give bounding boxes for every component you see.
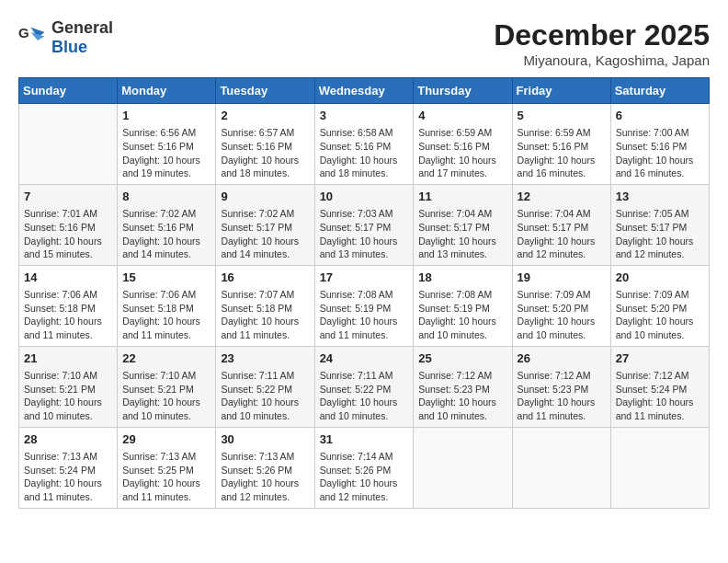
day-info: Sunrise: 7:03 AM Sunset: 5:17 PM Dayligh…	[320, 207, 409, 261]
day-number: 30	[221, 431, 309, 448]
day-number: 27	[616, 350, 704, 367]
day-info: Sunrise: 7:13 AM Sunset: 5:26 PM Dayligh…	[221, 450, 309, 504]
day-number: 5	[518, 108, 606, 124]
calendar-table: SundayMondayTuesdayWednesdayThursdayFrid…	[18, 77, 710, 509]
weekday-row: SundayMondayTuesdayWednesdayThursdayFrid…	[19, 78, 710, 104]
day-number: 24	[320, 350, 409, 367]
calendar-cell: 9Sunrise: 7:02 AM Sunset: 5:17 PM Daylig…	[216, 184, 314, 265]
day-info: Sunrise: 7:02 AM Sunset: 5:16 PM Dayligh…	[122, 207, 210, 261]
logo-general: General	[51, 18, 113, 38]
calendar-cell: 28Sunrise: 7:13 AM Sunset: 5:24 PM Dayli…	[19, 427, 118, 508]
day-info: Sunrise: 7:05 AM Sunset: 5:17 PM Dayligh…	[616, 207, 704, 261]
calendar-cell: 1Sunrise: 6:56 AM Sunset: 5:16 PM Daylig…	[118, 104, 216, 185]
calendar-cell: 20Sunrise: 7:09 AM Sunset: 5:20 PM Dayli…	[610, 265, 709, 346]
day-number: 6	[616, 108, 704, 124]
day-info: Sunrise: 7:04 AM Sunset: 5:17 PM Dayligh…	[418, 207, 506, 261]
day-number: 18	[418, 270, 506, 286]
day-number: 29	[122, 431, 210, 448]
calendar-cell: 2Sunrise: 6:57 AM Sunset: 5:16 PM Daylig…	[216, 104, 314, 185]
day-number: 23	[221, 350, 309, 367]
day-number: 17	[320, 270, 409, 286]
day-number: 16	[221, 270, 309, 286]
calendar-cell: 8Sunrise: 7:02 AM Sunset: 5:16 PM Daylig…	[118, 184, 216, 265]
weekday-header-monday: Monday	[118, 78, 216, 104]
day-number: 3	[320, 108, 409, 124]
calendar-cell	[414, 427, 512, 508]
calendar-cell: 29Sunrise: 7:13 AM Sunset: 5:25 PM Dayli…	[118, 427, 216, 508]
day-number: 25	[418, 350, 506, 367]
page-header: G General Blue December 2025 Miyanoura, …	[18, 18, 710, 68]
day-number: 19	[518, 270, 606, 286]
day-number: 12	[518, 189, 606, 205]
weekday-header-saturday: Saturday	[610, 78, 709, 104]
calendar-cell: 14Sunrise: 7:06 AM Sunset: 5:18 PM Dayli…	[19, 265, 118, 346]
calendar-cell: 5Sunrise: 6:59 AM Sunset: 5:16 PM Daylig…	[512, 104, 610, 185]
day-info: Sunrise: 7:12 AM Sunset: 5:24 PM Dayligh…	[616, 369, 704, 423]
calendar-cell: 13Sunrise: 7:05 AM Sunset: 5:17 PM Dayli…	[610, 184, 709, 265]
day-number: 26	[518, 350, 606, 367]
day-number: 20	[616, 270, 704, 286]
calendar-header: SundayMondayTuesdayWednesdayThursdayFrid…	[19, 78, 710, 104]
location: Miyanoura, Kagoshima, Japan	[494, 52, 710, 68]
day-info: Sunrise: 7:04 AM Sunset: 5:17 PM Dayligh…	[518, 207, 606, 261]
calendar-cell: 10Sunrise: 7:03 AM Sunset: 5:17 PM Dayli…	[314, 184, 414, 265]
calendar-cell: 21Sunrise: 7:10 AM Sunset: 5:21 PM Dayli…	[19, 346, 118, 427]
day-info: Sunrise: 7:08 AM Sunset: 5:19 PM Dayligh…	[418, 288, 506, 342]
calendar-cell: 18Sunrise: 7:08 AM Sunset: 5:19 PM Dayli…	[414, 265, 512, 346]
logo-text: General Blue	[51, 18, 113, 57]
svg-text:G: G	[18, 25, 29, 40]
day-number: 21	[24, 350, 112, 367]
weekday-header-sunday: Sunday	[19, 78, 118, 104]
day-number: 28	[24, 431, 112, 448]
week-row-3: 14Sunrise: 7:06 AM Sunset: 5:18 PM Dayli…	[19, 265, 710, 346]
logo-blue: Blue	[51, 38, 113, 57]
day-number: 11	[418, 189, 506, 205]
calendar-cell: 12Sunrise: 7:04 AM Sunset: 5:17 PM Dayli…	[512, 184, 610, 265]
day-info: Sunrise: 7:10 AM Sunset: 5:21 PM Dayligh…	[24, 369, 112, 423]
day-number: 7	[24, 189, 112, 205]
logo-icon: G	[18, 24, 46, 52]
day-info: Sunrise: 6:58 AM Sunset: 5:16 PM Dayligh…	[320, 126, 409, 180]
day-info: Sunrise: 7:07 AM Sunset: 5:18 PM Dayligh…	[221, 288, 309, 342]
day-info: Sunrise: 7:14 AM Sunset: 5:26 PM Dayligh…	[320, 450, 409, 504]
day-number: 14	[24, 270, 112, 286]
calendar-cell: 15Sunrise: 7:06 AM Sunset: 5:18 PM Dayli…	[118, 265, 216, 346]
day-number: 9	[221, 189, 309, 205]
weekday-header-tuesday: Tuesday	[216, 78, 314, 104]
calendar-cell	[610, 427, 709, 508]
day-info: Sunrise: 6:59 AM Sunset: 5:16 PM Dayligh…	[418, 126, 506, 180]
weekday-header-wednesday: Wednesday	[314, 78, 414, 104]
title-block: December 2025 Miyanoura, Kagoshima, Japa…	[494, 18, 710, 68]
day-info: Sunrise: 7:00 AM Sunset: 5:16 PM Dayligh…	[616, 126, 704, 180]
week-row-2: 7Sunrise: 7:01 AM Sunset: 5:16 PM Daylig…	[19, 184, 710, 265]
day-info: Sunrise: 7:09 AM Sunset: 5:20 PM Dayligh…	[518, 288, 606, 342]
day-info: Sunrise: 7:09 AM Sunset: 5:20 PM Dayligh…	[616, 288, 704, 342]
calendar-cell: 25Sunrise: 7:12 AM Sunset: 5:23 PM Dayli…	[414, 346, 512, 427]
calendar-cell: 6Sunrise: 7:00 AM Sunset: 5:16 PM Daylig…	[610, 104, 709, 185]
day-info: Sunrise: 6:56 AM Sunset: 5:16 PM Dayligh…	[122, 126, 210, 180]
day-info: Sunrise: 7:06 AM Sunset: 5:18 PM Dayligh…	[24, 288, 112, 342]
calendar-cell: 24Sunrise: 7:11 AM Sunset: 5:22 PM Dayli…	[314, 346, 414, 427]
logo: G General Blue	[18, 18, 113, 57]
calendar-cell: 11Sunrise: 7:04 AM Sunset: 5:17 PM Dayli…	[414, 184, 512, 265]
calendar-cell: 4Sunrise: 6:59 AM Sunset: 5:16 PM Daylig…	[414, 104, 512, 185]
weekday-header-friday: Friday	[512, 78, 610, 104]
month-title: December 2025	[494, 18, 710, 52]
calendar-cell: 30Sunrise: 7:13 AM Sunset: 5:26 PM Dayli…	[216, 427, 314, 508]
calendar-cell	[19, 104, 118, 185]
day-info: Sunrise: 7:11 AM Sunset: 5:22 PM Dayligh…	[320, 369, 409, 423]
day-info: Sunrise: 7:01 AM Sunset: 5:16 PM Dayligh…	[24, 207, 112, 261]
calendar-cell: 17Sunrise: 7:08 AM Sunset: 5:19 PM Dayli…	[314, 265, 414, 346]
calendar-cell: 3Sunrise: 6:58 AM Sunset: 5:16 PM Daylig…	[314, 104, 414, 185]
day-info: Sunrise: 7:06 AM Sunset: 5:18 PM Dayligh…	[122, 288, 210, 342]
week-row-1: 1Sunrise: 6:56 AM Sunset: 5:16 PM Daylig…	[19, 104, 710, 185]
calendar-cell: 7Sunrise: 7:01 AM Sunset: 5:16 PM Daylig…	[19, 184, 118, 265]
day-number: 22	[122, 350, 210, 367]
day-number: 13	[616, 189, 704, 205]
day-number: 15	[122, 270, 210, 286]
day-info: Sunrise: 7:11 AM Sunset: 5:22 PM Dayligh…	[221, 369, 309, 423]
day-info: Sunrise: 7:13 AM Sunset: 5:25 PM Dayligh…	[122, 450, 210, 504]
weekday-header-thursday: Thursday	[414, 78, 512, 104]
calendar-cell: 27Sunrise: 7:12 AM Sunset: 5:24 PM Dayli…	[610, 346, 709, 427]
calendar-cell: 19Sunrise: 7:09 AM Sunset: 5:20 PM Dayli…	[512, 265, 610, 346]
